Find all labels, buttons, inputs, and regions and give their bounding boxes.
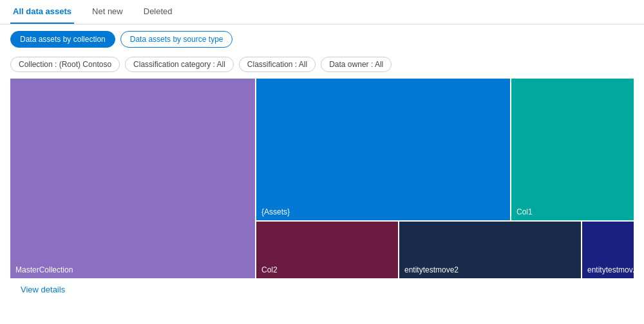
- treemap-cell-assets-label: {Assets}: [261, 207, 290, 216]
- treemap-cell-entitytestmov[interactable]: entitytestmov...: [582, 222, 634, 278]
- treemap-cell-col1[interactable]: Col1: [511, 79, 634, 220]
- filter-data-owner[interactable]: Data owner : All: [321, 57, 392, 72]
- treemap-cell-col2[interactable]: Col2: [256, 222, 398, 278]
- top-tabs-container: All data assets Net new Deleted: [0, 0, 644, 24]
- treemap-cell-master-label: MasterCollection: [15, 265, 73, 274]
- tab-net-new[interactable]: Net new: [90, 0, 126, 24]
- treemap-cell-col2-label: Col2: [261, 265, 278, 274]
- tab-deleted[interactable]: Deleted: [141, 0, 175, 24]
- btn-collection[interactable]: Data assets by collection: [10, 31, 115, 48]
- view-details-link[interactable]: View details: [10, 278, 75, 301]
- treemap-cell-col1-label: Col1: [516, 207, 533, 216]
- treemap-cell-entitytestmove2[interactable]: entitytestmove2: [399, 222, 581, 278]
- treemap-cell-master[interactable]: MasterCollection: [10, 79, 255, 278]
- toolbar: Data assets by collection Data assets by…: [0, 24, 644, 54]
- filter-classification[interactable]: Classification : All: [239, 57, 316, 72]
- tab-all-data-assets[interactable]: All data assets: [10, 0, 74, 24]
- treemap: MasterCollection {Assets} Col1 Col2 enti…: [10, 79, 634, 278]
- treemap-cell-assets[interactable]: {Assets}: [256, 79, 510, 220]
- filter-classification-category[interactable]: Classification category : All: [125, 57, 234, 72]
- treemap-cell-entitytestmove2-label: entitytestmove2: [404, 265, 459, 274]
- filters-bar: Collection : (Root) Contoso Classificati…: [0, 54, 644, 79]
- btn-source[interactable]: Data assets by source type: [120, 31, 233, 48]
- filter-collection[interactable]: Collection : (Root) Contoso: [10, 57, 120, 72]
- treemap-cell-entitytestmov-label: entitytestmov...: [587, 265, 634, 274]
